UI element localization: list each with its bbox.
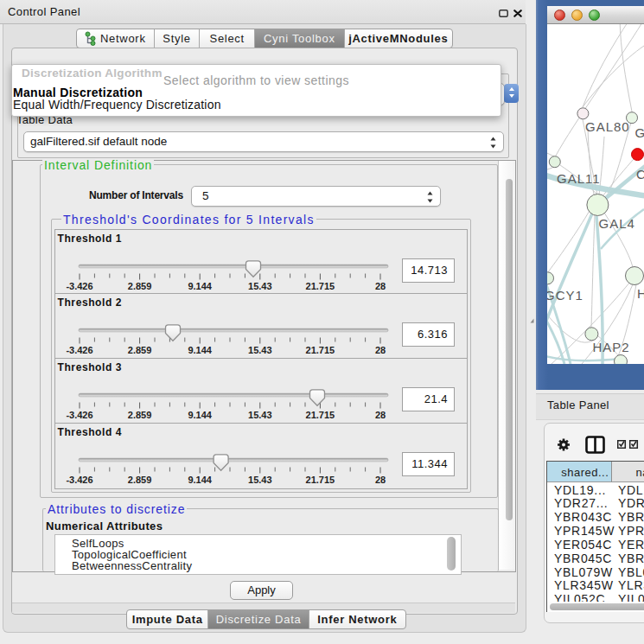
svg-text:GAL80: GAL80 xyxy=(585,119,630,134)
svg-text:GCY1: GCY1 xyxy=(547,288,583,303)
svg-text:15.43: 15.43 xyxy=(248,345,272,355)
svg-text:9.144: 9.144 xyxy=(188,281,212,291)
svg-text:15.43: 15.43 xyxy=(248,475,272,485)
svg-text:H: H xyxy=(637,286,644,301)
svg-text:21.715: 21.715 xyxy=(306,281,335,291)
svg-text:28: 28 xyxy=(375,410,386,420)
svg-text:9.144: 9.144 xyxy=(188,410,212,420)
svg-text:GA: GA xyxy=(635,125,644,140)
svg-text:-3.426: -3.426 xyxy=(66,475,92,485)
svg-text:9.144: 9.144 xyxy=(188,345,212,355)
svg-text:28: 28 xyxy=(375,281,386,291)
svg-text:15.43: 15.43 xyxy=(248,410,272,420)
svg-text:21.715: 21.715 xyxy=(306,410,335,420)
svg-text:GAL11: GAL11 xyxy=(557,171,601,186)
svg-text:-3.426: -3.426 xyxy=(66,345,92,355)
svg-text:9.144: 9.144 xyxy=(188,475,212,485)
svg-text:21.715: 21.715 xyxy=(306,475,335,485)
svg-text:2.859: 2.859 xyxy=(128,475,152,485)
svg-text:21.715: 21.715 xyxy=(306,345,335,355)
svg-text:28: 28 xyxy=(375,475,386,485)
svg-text:2.859: 2.859 xyxy=(128,345,152,355)
svg-text:C: C xyxy=(636,167,644,182)
svg-text:2.859: 2.859 xyxy=(128,410,152,420)
svg-text:15.43: 15.43 xyxy=(248,281,272,291)
svg-text:-3.426: -3.426 xyxy=(66,281,92,291)
svg-text:GAL4: GAL4 xyxy=(599,216,635,231)
svg-text:28: 28 xyxy=(375,345,386,355)
svg-text:-3.426: -3.426 xyxy=(66,410,92,420)
svg-text:HAP2: HAP2 xyxy=(593,340,630,354)
svg-text:2.859: 2.859 xyxy=(128,281,152,291)
